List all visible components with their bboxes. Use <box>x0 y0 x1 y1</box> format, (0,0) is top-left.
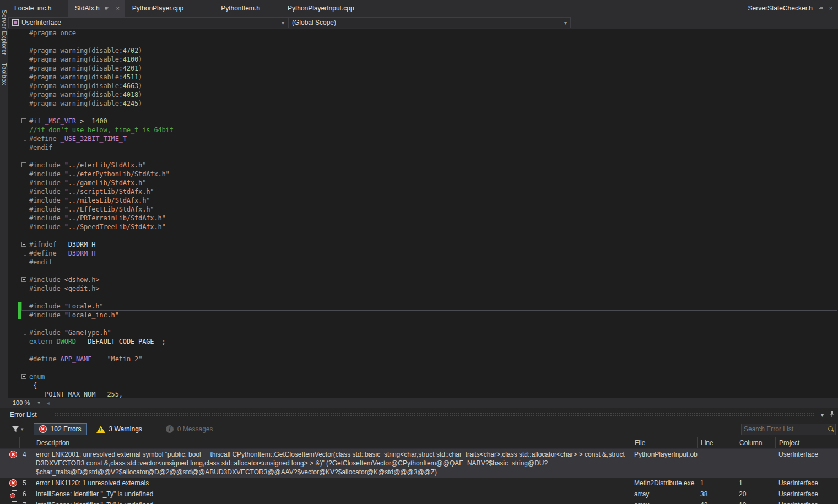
types-dropdown[interactable]: UserInterface ▾ <box>8 17 288 28</box>
header-line[interactable]: Line <box>697 437 736 448</box>
header-project[interactable]: Project <box>775 437 838 448</box>
editor-margin <box>8 372 21 381</box>
code-line[interactable]: #pragma warning(disable:4511) <box>8 73 838 82</box>
error-row[interactable]: ✕5error LNK1120: 1 unresolved externalsM… <box>0 478 838 489</box>
sidebar-tab-toolbox[interactable]: Toolbox <box>1 63 8 85</box>
collapse-region-icon[interactable] <box>21 162 26 167</box>
members-dropdown[interactable]: (Global Scope) ▾ <box>288 17 571 28</box>
code-line[interactable] <box>8 37 838 46</box>
header-number-column[interactable] <box>19 437 33 448</box>
tab-serverstatechecker-h[interactable]: ServerStateChecker.h × <box>745 0 838 17</box>
code-line[interactable]: #include "../SpeedTreeLib/StdAfx.h" <box>8 223 838 231</box>
header-icon-column[interactable] <box>0 437 19 448</box>
code-line[interactable]: #include "Locale.h" <box>8 302 838 311</box>
editor-margin <box>8 82 21 90</box>
panel-pin-icon[interactable] <box>829 411 835 419</box>
collapse-region-icon[interactable] <box>21 277 26 282</box>
code-line[interactable]: #define _USE_32BIT_TIME_T <box>8 134 838 143</box>
code-line[interactable]: #ifndef __D3DRM_H__ <box>8 240 838 249</box>
tab-stdafx-h[interactable]: StdAfx.h × <box>68 0 125 17</box>
code-line[interactable]: #pragma once <box>8 29 838 37</box>
code-line[interactable]: #include "../PRTerrainLib/StdAfx.h" <box>8 214 838 223</box>
code-line[interactable]: //if don't use below, time_t is 64bit <box>8 126 838 134</box>
code-text: #pragma warning(disable:4511) <box>29 73 142 82</box>
code-line[interactable]: #include "GameType.h" <box>8 328 838 337</box>
code-line[interactable]: #define __D3DRM_H__ <box>8 249 838 258</box>
code-line[interactable]: #include "../EffectLib/StdAfx.h" <box>8 205 838 214</box>
code-line[interactable]: #pragma warning(disable:4100) <box>8 55 838 64</box>
tab-pythonitem-h[interactable]: PythonItem.h <box>215 0 266 17</box>
code-line[interactable]: #endif <box>8 258 838 267</box>
code-line[interactable]: #include "../milesLib/StdAfx.h" <box>8 196 838 205</box>
code-line[interactable]: #pragma warning(disable:4201) <box>8 64 838 73</box>
code-line[interactable]: #endif <box>8 143 838 152</box>
code-line[interactable]: #include "../gameLib/StdAfx.h" <box>8 178 838 187</box>
code-line[interactable]: { <box>8 381 838 390</box>
tab-pythonplayer-cpp[interactable]: PythonPlayer.cpp <box>126 0 190 17</box>
code-line[interactable] <box>8 293 838 302</box>
sidebar-tab-server-explorer[interactable]: Server Explorer <box>1 10 8 55</box>
code-line[interactable] <box>8 364 838 372</box>
code-line[interactable] <box>8 108 838 117</box>
code-line[interactable] <box>8 152 838 161</box>
search-input[interactable] <box>742 425 828 433</box>
code-line[interactable]: #if _MSC_VER >= 1400 <box>8 117 838 126</box>
error-list-panel: Error List ▾ ▾ ✕ 102 Errors 3 Warnings <box>0 408 838 504</box>
editor-margin <box>8 249 21 258</box>
close-icon[interactable]: × <box>114 4 122 12</box>
code-line[interactable]: #pragma warning(disable:4018) <box>8 90 838 99</box>
code-editor[interactable]: #pragma once#pragma warning(disable:4702… <box>8 29 838 398</box>
code-line[interactable]: #define APP_NAME "Metin 2" <box>8 355 838 364</box>
panel-menu-chevron-icon[interactable]: ▾ <box>821 412 824 418</box>
horizontal-scrollbar[interactable]: ◂ <box>44 399 838 407</box>
search-icon[interactable] <box>828 426 834 432</box>
filter-dropdown[interactable]: ▾ <box>12 426 24 432</box>
collapse-region-icon[interactable] <box>21 118 26 123</box>
code-line[interactable]: extern DWORD __DEFAULT_CODE_PAGE__; <box>8 337 838 346</box>
header-description[interactable]: Description <box>33 437 631 448</box>
code-line[interactable]: #pragma warning(disable:4245) <box>8 99 838 108</box>
header-column[interactable]: Column <box>736 437 775 448</box>
header-file[interactable]: File <box>631 437 697 448</box>
scroll-left-arrow-icon[interactable]: ◂ <box>47 400 50 406</box>
zoom-level-dropdown[interactable]: 100 % ▾ <box>8 398 44 407</box>
tab-locale-inc-h[interactable]: Locale_inc.h <box>8 0 57 17</box>
pin-icon[interactable] <box>103 4 111 12</box>
fold-margin <box>21 46 29 55</box>
error-list-title-bar[interactable]: Error List ▾ <box>0 408 838 421</box>
editor-margin <box>8 319 21 328</box>
messages-filter-button[interactable]: i 0 Messages <box>161 423 218 435</box>
errors-filter-button[interactable]: ✕ 102 Errors <box>34 423 87 435</box>
error-row[interactable]: 6IntelliSense: identifier "_Ty" is undef… <box>0 489 838 500</box>
code-line[interactable]: #include <dshow.h> <box>8 275 838 284</box>
error-row[interactable]: 7IntelliSense: identifier "_Ty" is undef… <box>0 500 838 504</box>
code-line[interactable] <box>8 267 838 275</box>
panel-drag-grip[interactable] <box>55 412 815 418</box>
warnings-filter-button[interactable]: 3 Warnings <box>91 423 147 435</box>
collapse-region-icon[interactable] <box>21 242 26 247</box>
code-line[interactable]: #include "../eterLib/StdAfx.h" <box>8 161 838 170</box>
code-line[interactable]: #include "../eterPythonLib/StdAfx.h" <box>8 170 838 178</box>
code-line[interactable]: #include <qedit.h> <box>8 284 838 293</box>
fold-margin <box>21 161 29 170</box>
error-row[interactable]: ✕4error LNK2001: unresolved external sym… <box>0 449 838 478</box>
code-line[interactable]: POINT_MAX_NUM = 255, <box>8 390 838 398</box>
editor-margin <box>8 117 21 126</box>
code-line[interactable]: #include "../scriptLib/StdAfx.h" <box>8 187 838 196</box>
code-line[interactable]: #pragma warning(disable:4702) <box>8 46 838 55</box>
editor-margin <box>8 143 21 152</box>
code-text: #pragma warning(disable:4018) <box>29 90 142 99</box>
code-line[interactable]: #pragma warning(disable:4663) <box>8 82 838 90</box>
code-line[interactable] <box>8 231 838 240</box>
tab-pythonplayerinput-cpp[interactable]: PythonPlayerInput.cpp <box>282 0 360 17</box>
close-icon[interactable]: × <box>827 4 835 12</box>
collapse-region-icon[interactable] <box>21 374 26 379</box>
editor-margin <box>8 64 21 73</box>
error-file: PythonPlayerInput.ob <box>631 450 697 459</box>
code-line[interactable] <box>8 346 838 355</box>
editor-margin <box>8 275 21 284</box>
code-line[interactable] <box>8 319 838 328</box>
pin-icon[interactable] <box>816 4 824 12</box>
code-line[interactable]: #include "Locale_inc.h" <box>8 311 838 319</box>
code-line[interactable]: enum <box>8 372 838 381</box>
